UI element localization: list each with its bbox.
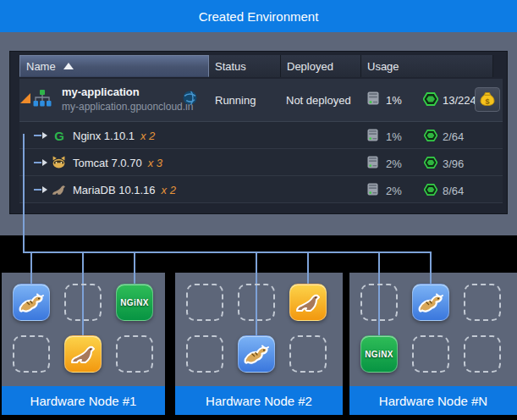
connector-drop-nodeN-tomcat — [430, 253, 432, 285]
title-bar: Created Environment — [0, 0, 517, 32]
empty-slot — [464, 335, 501, 373]
connector-drop-node2-mariadb — [307, 253, 309, 285]
cloudlet-usage-icon — [424, 130, 437, 141]
middleware-disk-usage: 2% — [386, 185, 402, 197]
cloudlet-usage-icon — [424, 184, 437, 196]
connector-line-main-vertical — [23, 134, 25, 252]
tomcat-tile — [238, 335, 275, 373]
disk-usage-icon — [367, 183, 378, 196]
middleware-name: Tomcat 7.0.70x 3 — [73, 157, 162, 169]
collapsed-row-arrow-icon[interactable] — [42, 159, 47, 166]
globe-icon[interactable] — [183, 91, 197, 105]
environment-disk-usage: 1% — [386, 94, 402, 107]
hardware-node-1-label: Hardware Node #1 — [2, 386, 165, 415]
nginx-logo-text: NGiNX — [120, 298, 149, 307]
empty-slot — [186, 284, 223, 321]
hardware-node-1: NGiNX Hardware Node #1 — [2, 273, 165, 415]
billing-button[interactable]: $ — [475, 87, 500, 112]
mariadb-tile — [289, 284, 327, 321]
column-header-deployed-label: Deployed — [287, 60, 333, 73]
tomcat-cat-icon — [18, 290, 45, 315]
middleware-row-nginx[interactable]: G Nginx 1.10.1x 2 1% 2/64 — [19, 122, 503, 149]
disk-usage-icon — [367, 129, 378, 141]
environment-status: Running — [215, 94, 256, 107]
empty-slot — [238, 284, 275, 321]
environment-row[interactable]: my-application my-application.gpuoncloud… — [19, 79, 503, 122]
middleware-disk-usage: 1% — [386, 130, 402, 143]
cloudlet-usage-icon — [423, 92, 438, 106]
empty-slot — [64, 284, 102, 321]
middleware-row-mariadb[interactable]: MariaDB 10.1.16x 2 2% 8/64 — [19, 176, 503, 203]
node-count-badge: x 2 — [140, 130, 155, 142]
collapsed-row-arrow-icon[interactable] — [42, 186, 47, 193]
environment-name: my-application — [62, 86, 140, 98]
column-header-name-label: Name — [26, 60, 56, 73]
disk-usage-icon — [367, 91, 379, 105]
svg-text:G: G — [54, 129, 64, 142]
collapsed-row-arrow-icon[interactable] — [42, 132, 47, 139]
node-count-badge: x 2 — [162, 184, 176, 196]
slot-grid: NGiNX — [360, 284, 501, 373]
middleware-cloudlets: 8/64 — [443, 185, 464, 197]
nginx-tile: NGiNX — [116, 284, 153, 321]
nginx-logo-text: NGiNX — [365, 350, 393, 359]
environment-cloudlets: 13/224 — [443, 94, 476, 107]
middleware-disk-usage: 2% — [386, 158, 402, 170]
connector-line-horizontal — [23, 251, 432, 253]
tree-stub-line — [34, 189, 41, 191]
environment-table: Name Status Deployed Usage my-applicatio… — [9, 51, 508, 214]
middleware-cloudlets: 3/96 — [443, 158, 464, 170]
connector-drop-node1-nginx — [134, 253, 135, 285]
cloudlet-usage-icon — [424, 157, 437, 169]
mariadb-tile — [64, 335, 102, 373]
empty-slot — [464, 284, 501, 321]
column-header-usage[interactable]: Usage — [361, 55, 493, 77]
expand-triangle-icon[interactable] — [20, 93, 30, 103]
tomcat-tile — [13, 284, 50, 321]
svg-text:$: $ — [485, 97, 489, 106]
middleware-name-text: Nginx 1.10.1 — [73, 130, 135, 142]
column-header-status-label: Status — [215, 60, 246, 73]
middleware-cloudlets: 2/64 — [443, 130, 464, 143]
money-bag-icon: $ — [480, 91, 495, 108]
middleware-name-text: Tomcat 7.0.70 — [73, 157, 142, 169]
hardware-node-2: Hardware Node #2 — [175, 273, 343, 415]
empty-slot — [116, 335, 153, 373]
tomcat-cat-icon — [243, 341, 270, 367]
empty-slot — [186, 335, 223, 373]
column-header-deployed[interactable]: Deployed — [281, 55, 361, 77]
empty-slot — [289, 335, 327, 373]
middleware-name: MariaDB 10.1.16x 2 — [73, 184, 176, 196]
column-header-usage-label: Usage — [367, 60, 399, 73]
empty-slot — [360, 284, 398, 321]
hardware-node-n-label: Hardware Node #N — [349, 386, 517, 415]
hardware-node-2-label: Hardware Node #2 — [175, 386, 343, 415]
environment-deployed: Not deployed — [286, 94, 351, 107]
column-header-status[interactable]: Status — [209, 55, 281, 77]
environment-topology-icon — [33, 90, 52, 107]
nginx-tile: NGiNX — [360, 335, 398, 373]
page-title: Created Environment — [199, 9, 319, 24]
created-environment-screen: Created Environment Name Status Deployed… — [0, 0, 517, 420]
environment-domain[interactable]: my-application.gpuoncloud.in — [62, 101, 193, 113]
tree-stub-line — [34, 135, 41, 136]
empty-slot — [412, 335, 449, 373]
mariadb-seal-icon — [294, 290, 322, 314]
node-count-badge: x 3 — [148, 157, 162, 169]
sort-asc-icon — [63, 63, 74, 69]
tomcat-tile — [412, 284, 449, 321]
mariadb-icon — [51, 183, 67, 196]
middleware-name: Nginx 1.10.1x 2 — [73, 130, 155, 142]
middleware-row-tomcat[interactable]: Tomcat 7.0.70x 3 2% 3/96 — [19, 149, 503, 176]
tree-stub-line — [34, 162, 41, 163]
tomcat-cat-icon — [417, 290, 444, 315]
hardware-node-n: NGiNX Hardware Node #N — [349, 273, 517, 415]
mariadb-seal-icon — [69, 342, 96, 366]
column-header-name[interactable]: Name — [19, 55, 209, 77]
connector-drop-node1-tomcat — [30, 253, 32, 285]
middleware-name-text: MariaDB 10.1.16 — [73, 184, 156, 196]
tomcat-icon — [52, 155, 66, 169]
disk-usage-icon — [367, 156, 378, 169]
nginx-icon: G — [52, 129, 66, 142]
empty-slot — [13, 335, 50, 373]
